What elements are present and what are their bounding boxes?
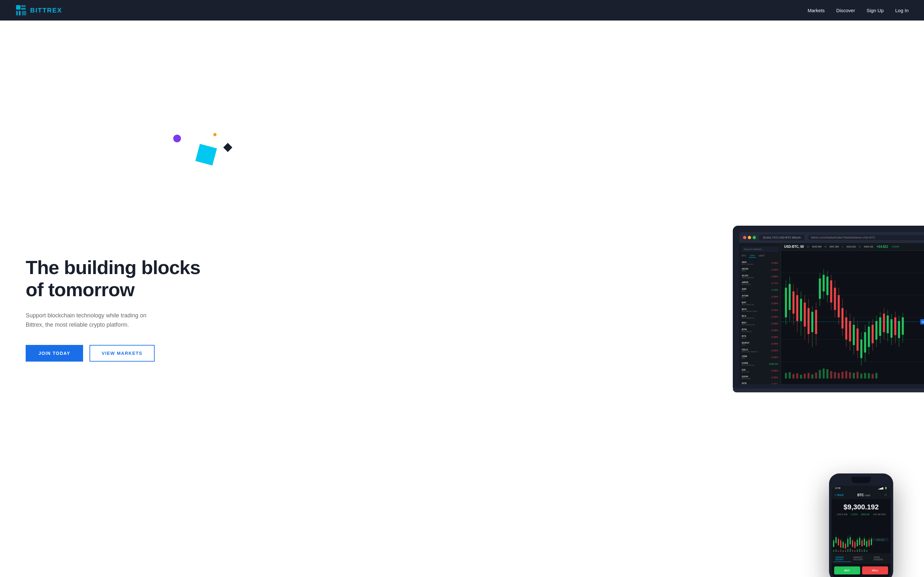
svg-rect-107 <box>876 373 877 378</box>
list-item[interactable]: ATOMBTC -1.00% <box>739 293 780 300</box>
phone-back-button[interactable]: < Back <box>835 493 844 496</box>
phone-price-change: 0.23% <box>851 513 858 516</box>
chart-high: 9307.390 <box>829 245 838 248</box>
list-item[interactable]: BTSBTC -0.35% <box>739 334 780 340</box>
market-list-panel: BTC ETH USDT ADABTC Cardano -0.35% AEONB… <box>739 243 781 384</box>
svg-rect-35 <box>819 279 821 299</box>
maximize-button-dot <box>753 236 756 239</box>
phone-buy-button[interactable]: BUY <box>834 566 860 574</box>
browser-chrome: (9,642,737) USD-BTC Bitcoin bittrex.com/… <box>739 232 924 243</box>
svg-rect-25 <box>800 299 802 321</box>
browser-address-bar[interactable]: bittrex.com/Market/Index?MarketName=USD-… <box>808 235 924 240</box>
svg-rect-19 <box>788 284 790 310</box>
phone-order-tabs: ORDER BOOKS MARKET HISTORY OPEN ORDERS <box>832 553 891 564</box>
list-item[interactable]: BATBTC Basic Att... -0.35% <box>739 300 780 307</box>
chart-symbol: USD-BTC, 60 <box>784 245 804 248</box>
svg-rect-61 <box>868 327 870 347</box>
svg-rect-65 <box>876 321 877 340</box>
brand-name: BITTREX <box>30 7 62 14</box>
svg-rect-99 <box>845 371 847 379</box>
list-item[interactable]: CUREBTC CureCoin 6400.0% <box>739 361 780 367</box>
list-item[interactable]: DAIBTC Dai -0.35% <box>739 367 780 374</box>
list-item[interactable]: CELOBTC Celo Native A... -0.35% <box>739 347 780 354</box>
svg-rect-21 <box>792 292 795 314</box>
tab-open-orders[interactable]: OPEN ORDERS <box>872 555 889 562</box>
nav-discover[interactable]: Discover <box>837 8 855 13</box>
view-markets-button[interactable]: VIEW MARKETS <box>89 345 155 362</box>
svg-rect-94 <box>827 369 829 379</box>
list-item[interactable]: ARDRBTC Ardor -2.71% <box>739 280 780 287</box>
phone-price-section: $9,300.192 USD 9.30k 0.23% $303.49 VOL $… <box>832 499 891 521</box>
svg-rect-37 <box>822 275 825 292</box>
list-item[interactable]: BURSTBTC -0.35% <box>739 340 780 347</box>
svg-rect-41 <box>830 280 832 302</box>
wifi-icon: ▂▄▆ <box>879 487 883 490</box>
phone-change-value: $303.49 <box>861 513 869 516</box>
hero-right: (9,642,737) USD-BTC Bitcoin bittrex.com/… <box>462 21 924 577</box>
svg-rect-96 <box>834 372 836 379</box>
phone-favorite-button[interactable]: ☆ <box>884 493 887 497</box>
hero-left: The building blocks of tomorrow Support … <box>0 231 462 387</box>
phone-status-bar: 12:58 ▂▄▆ 🔋 <box>832 486 891 491</box>
list-item[interactable]: BTMBTC Bytom -0.35% <box>739 327 780 334</box>
svg-rect-43 <box>834 288 836 310</box>
tab-market-history[interactable]: MARKET HISTORY <box>851 555 871 562</box>
chart-close: 9300.192 <box>864 245 873 248</box>
svg-rect-33 <box>815 310 817 334</box>
svg-rect-3 <box>16 11 18 15</box>
phone-mockup: 12:58 ▂▄▆ 🔋 < Back BTC USD ☆ <box>829 474 893 577</box>
list-item[interactable]: ADABTC Cardano -0.35% <box>739 259 780 266</box>
svg-rect-153 <box>855 550 856 552</box>
logo[interactable]: BITTREX <box>15 5 62 16</box>
svg-rect-17 <box>785 288 787 318</box>
usdt-tab[interactable]: USDT <box>757 254 766 258</box>
svg-rect-63 <box>872 325 874 343</box>
svg-rect-86 <box>796 373 798 378</box>
svg-rect-151 <box>850 548 851 552</box>
btc-tab[interactable]: BTC <box>740 254 748 258</box>
list-item[interactable]: ALGOBTC Algorand -0.88% <box>739 273 780 280</box>
list-item[interactable]: ARKBTC 9.73% <box>739 287 780 293</box>
svg-rect-39 <box>827 277 829 295</box>
tab-order-books[interactable]: ORDER BOOKS <box>834 555 851 562</box>
list-item[interactable]: DASHBTC Dash -0.35% <box>739 374 780 381</box>
list-item[interactable]: DCRBTC Decred -0.35% <box>739 381 780 384</box>
svg-rect-156 <box>861 550 863 552</box>
phone-time: 12:58 <box>835 487 841 490</box>
svg-rect-57 <box>861 340 863 358</box>
svg-rect-98 <box>842 372 843 379</box>
laptop-stand <box>733 388 924 392</box>
list-item[interactable]: CRWBTC -0.35% <box>739 354 780 361</box>
laptop-mockup: (9,642,737) USD-BTC Bitcoin bittrex.com/… <box>733 226 924 392</box>
phone-sell-button[interactable]: SELL <box>862 566 888 574</box>
svg-rect-53 <box>853 325 855 345</box>
chart-change: +54.821 <box>877 245 888 248</box>
list-item[interactable]: BCHBTC Bitcoin Cash -0.35% <box>739 307 780 314</box>
svg-rect-89 <box>808 373 809 378</box>
svg-rect-51 <box>849 321 851 342</box>
svg-text:9300.192: 9300.192 <box>877 539 884 541</box>
svg-rect-87 <box>800 375 802 379</box>
svg-rect-150 <box>847 549 849 552</box>
list-item[interactable]: BLKBTC Blackcoin -0.35% <box>739 314 780 320</box>
nav-login[interactable]: Log In <box>895 8 909 13</box>
hero-heading: The building blocks of tomorrow <box>26 256 436 301</box>
svg-rect-91 <box>815 372 817 378</box>
svg-rect-31 <box>811 312 813 332</box>
trading-interface: BTC ETH USDT ADABTC Cardano -0.35% AEONB… <box>739 243 924 384</box>
svg-rect-145 <box>835 550 837 552</box>
logo-icon <box>15 5 27 16</box>
eth-tab[interactable]: ETH <box>749 254 756 258</box>
close-button-dot <box>743 236 746 239</box>
list-item[interactable]: AEONBTC -0.35% <box>739 266 780 273</box>
nav-markets[interactable]: Markets <box>808 8 825 13</box>
list-item[interactable]: BSVBTC Bitcoin SV -0.35% <box>739 320 780 327</box>
hero-buttons: JOIN TODAY VIEW MARKETS <box>26 345 436 362</box>
candlestick-chart: 9800 9600 9400 9200 9000 <box>781 251 924 384</box>
decorative-square <box>195 144 217 165</box>
join-today-button[interactable]: JOIN TODAY <box>26 345 83 362</box>
market-search-input[interactable] <box>741 247 779 252</box>
nav-signup[interactable]: Sign Up <box>867 8 884 13</box>
svg-rect-75 <box>894 318 896 335</box>
svg-rect-49 <box>845 318 847 340</box>
